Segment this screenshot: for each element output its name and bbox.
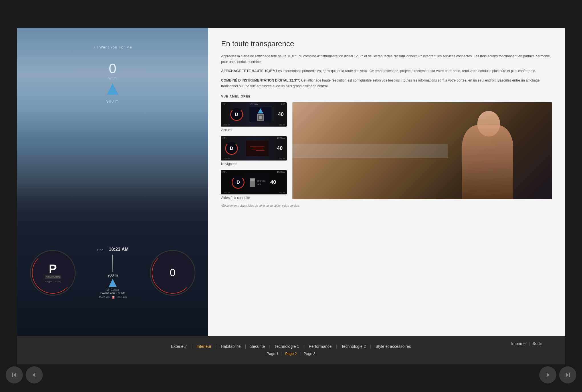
page-link-2[interactable]: Page 2 <box>282 352 300 356</box>
nav-link-style[interactable]: Style et accessoires <box>371 344 415 349</box>
disclaimer-text: *Équipements disponibles de série ou en … <box>221 204 552 207</box>
thumb-nav-bottom-left: 1522 km <box>223 158 230 160</box>
thumb-speed-adas: 40 <box>270 179 276 185</box>
thumb-nav-bottom-right: 162 km <box>279 158 285 160</box>
thumb-blind-spot: Blind spot <box>257 180 266 182</box>
nav-link-securite[interactable]: Sécurité <box>246 344 269 349</box>
thumb-box <box>257 114 264 121</box>
nav-link-performance[interactable]: Performance <box>304 344 336 349</box>
intro-paragraph: Appréciez la clarté de l'affichage tête … <box>221 53 552 65</box>
section2-paragraph: COMBINÉ D'INSTRUMENTATION DIGITAL 12,3"*… <box>221 78 552 89</box>
thumb-gauge-left-accueil: D <box>230 108 243 121</box>
navigation-bar: Extérieur | Intérieur | Habitabilité | S… <box>17 336 565 364</box>
thumb-gauge-left-nav: D <box>225 142 238 155</box>
thumb-speed-nav: 40 <box>277 145 283 151</box>
caption-adas: Aides à la conduite <box>221 196 287 200</box>
odometer-value: 1522 km <box>99 296 110 299</box>
nav-arrow-first[interactable] <box>6 366 23 383</box>
thumb-gauge-left-adas: D <box>232 176 244 189</box>
section-main-title: En toute transparence <box>221 39 552 48</box>
arrow-first-bar <box>12 373 13 377</box>
nav-right-links: Imprimer | Sortir <box>511 341 542 346</box>
hud-overlay: ♪ I Want You For Me 0 km/h 900 m <box>93 45 132 103</box>
page-link-1[interactable]: Page 1 <box>264 352 281 356</box>
speed-gauge: 0 <box>150 250 195 296</box>
screenshot-adas: 28°c 10:23 AM D Blind spot <box>221 170 287 200</box>
cluster-distance-bar <box>112 255 113 272</box>
map-line-4 <box>256 150 264 151</box>
rpm-gauge: P STANDARD ♪ Apple CarPlay <box>30 250 76 296</box>
hud-arrow-icon <box>107 83 118 95</box>
gauge-ring-left <box>32 252 74 294</box>
thumb-adas-bottom-right: 162 km <box>279 192 285 194</box>
arrow-last-bar <box>569 373 570 377</box>
map-line-2 <box>253 148 263 148</box>
page-link-3[interactable]: Page 3 <box>301 352 318 356</box>
caption-accueil: Accueil <box>221 128 287 132</box>
nav-arrow-last[interactable] <box>559 366 576 383</box>
screenshots-grid: 28°c 10:23 AM USB D <box>221 102 552 200</box>
cluster-center: 19°c 10:23 AM 900 m Mr Gonzo I Want You … <box>78 247 147 299</box>
map-line-1 <box>250 147 264 147</box>
thumb-lane: Lane <box>257 183 266 185</box>
arrow-last-icon <box>566 373 569 377</box>
thumb-top-bar: 28°c 10:23 AM USB <box>221 103 287 105</box>
cluster-song: I Want You For Me <box>100 291 126 295</box>
thumb-center-accueil <box>249 107 272 122</box>
vue-label: VUE AMÉLIORÉE <box>221 95 552 98</box>
nav-arrow-next[interactable] <box>539 366 556 383</box>
cluster-temp: 19°c <box>97 248 103 252</box>
left-panel: ♪ I Want You For Me 0 km/h 900 m <box>17 28 208 336</box>
nav-exit-link[interactable]: Sortir <box>533 341 542 346</box>
thumb-adas-bottom-left: 1522 km <box>223 192 230 194</box>
cluster-distance: 900 m <box>108 273 118 277</box>
thumb-map-lines <box>250 147 264 151</box>
cluster-time: 10:23 AM <box>109 247 129 252</box>
nav-link-habitabilite[interactable]: Habitabilité <box>217 344 245 349</box>
nav-links-container: Extérieur | Intérieur | Habitabilité | S… <box>167 344 415 349</box>
hud-song-text: ♪ I Want You For Me <box>93 45 132 49</box>
right-panel: En toute transparence Appréciez la clart… <box>208 28 565 336</box>
thumb-bottom-left: 1522 km <box>223 124 230 126</box>
thumb-bottom-right: 162 km <box>279 124 285 126</box>
main-content: ♪ I Want You For Me 0 km/h 900 m <box>17 28 565 336</box>
screenshot-thumb-adas: 28°c 10:23 AM D Blind spot <box>221 170 287 194</box>
screenshot-thumb-accueil: 28°c 10:23 AM USB D <box>221 102 287 127</box>
section1-paragraph: AFFICHAGE TÊTE HAUTE 10,8"*: Les informa… <box>221 68 552 74</box>
thumb-car-window <box>250 179 255 181</box>
nav-link-interieur[interactable]: Intérieur <box>192 344 215 349</box>
arrow-first-icon <box>13 373 16 377</box>
section2-label-inline: COMBINÉ D'INSTRUMENTATION DIGITAL 12,3"*… <box>221 78 300 82</box>
hud-speed-container: 0 km/h 900 m <box>93 61 132 103</box>
screenshot-accueil: 28°c 10:23 AM USB D <box>221 102 287 132</box>
thumb-arrow-icon <box>258 108 263 113</box>
cluster-km-display: 1522 km ⛽ 362 km <box>99 296 127 299</box>
nav-link-techno2[interactable]: Technologie 2 <box>337 344 370 349</box>
nav-link-techno1[interactable]: Technologie 1 <box>270 344 303 349</box>
screenshot-navigation: 28°c 10:23 AM D <box>221 136 287 166</box>
thumb-adas-top-bar: 28°c 10:23 AM <box>221 171 287 173</box>
thumb-car-silhouette <box>250 178 255 187</box>
hud-speed-unit: km/h <box>108 76 117 80</box>
thumb-navigation-cluster: 28°c 10:23 AM D <box>221 136 287 161</box>
nav-print-link[interactable]: Imprimer <box>511 341 527 346</box>
section1-text-inline: Les informations primordiales, sans quit… <box>276 69 536 73</box>
gauge-ring-right <box>152 252 193 294</box>
arrow-next-icon <box>547 373 549 377</box>
thumb-adas-center: Blind spot Lane <box>246 174 269 190</box>
thumb-nav-top-bar: 28°c 10:23 AM <box>221 137 287 139</box>
section1-label-inline: AFFICHAGE TÊTE HAUTE 10,8"*: <box>221 69 275 73</box>
map-line-3 <box>252 149 264 149</box>
hud-distance: 900 m <box>106 99 119 103</box>
thumb-map <box>246 141 269 156</box>
nav-link-exterieur[interactable]: Extérieur <box>167 344 191 349</box>
page-links-container: Page 1 | Page 2 | Page 3 <box>264 352 318 356</box>
screenshots-list: 28°c 10:23 AM USB D <box>221 102 287 200</box>
instrument-cluster: P STANDARD ♪ Apple CarPlay 19°c 10:2 <box>30 247 195 299</box>
caption-navigation: Navigation <box>221 162 287 166</box>
person-photo-container <box>292 102 552 200</box>
person-head <box>477 111 500 137</box>
thumb-accueil-cluster: 28°c 10:23 AM USB D <box>221 102 287 127</box>
nav-arrow-prev[interactable] <box>26 366 43 383</box>
thumb-adas-indicators: Blind spot Lane <box>257 180 266 185</box>
